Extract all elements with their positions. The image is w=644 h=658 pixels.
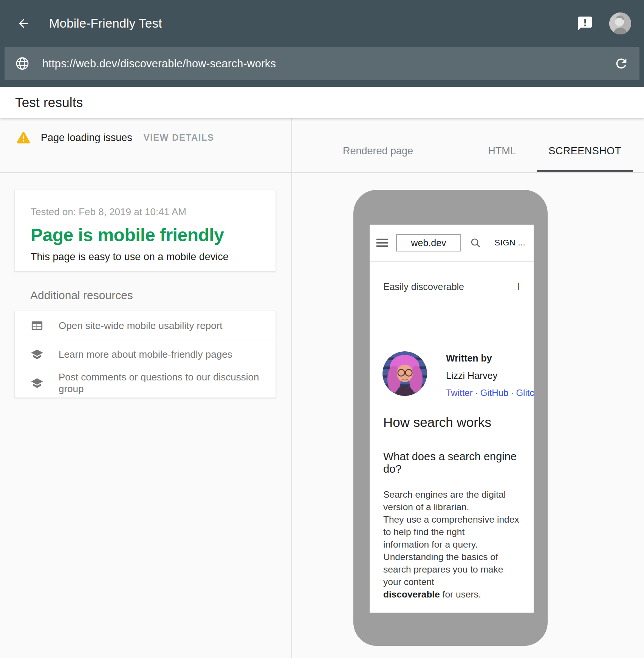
- warning-label: Page loading issues: [41, 132, 132, 144]
- url-text: https://web.dev/discoverable/how-search-…: [42, 57, 606, 70]
- tested-on-timestamp: Tested on: Feb 8, 2019 at 10:41 AM: [31, 206, 260, 218]
- warning-icon: [17, 132, 30, 144]
- horizontal-divider: [0, 172, 644, 173]
- author-name: Lizzi Harvey: [446, 370, 534, 381]
- site-title: Easily discoverable: [383, 281, 464, 292]
- tab-html[interactable]: HTML: [475, 145, 528, 157]
- twitter-link: Twitter: [446, 388, 473, 398]
- screenshot-url-box: web.dev: [396, 234, 461, 251]
- sign-in-label: SIGN ...: [495, 238, 525, 248]
- user-avatar[interactable]: [609, 12, 631, 34]
- author-links: Twitter·GitHub·Glitch: [446, 388, 534, 398]
- phone-screen: web.dev SIGN ... Easily discoverable I: [370, 225, 534, 613]
- additional-resources-heading: Additional resources: [30, 289, 133, 302]
- back-icon[interactable]: [17, 17, 30, 30]
- right-panel: Rendered page HTML SCREENSHOT web.dev: [292, 118, 644, 658]
- resource-label: Post comments or questions to our discus…: [59, 371, 276, 395]
- globe-icon: [15, 56, 29, 71]
- report-icon: [31, 319, 43, 332]
- app-bar-row: Mobile-Friendly Test: [0, 0, 644, 47]
- verdict-text: Page is mobile friendly: [31, 225, 260, 245]
- resource-label: Learn more about mobile-friendly pages: [59, 349, 232, 360]
- tab-rendered-page[interactable]: Rendered page: [302, 145, 454, 157]
- url-bar[interactable]: https://web.dev/discoverable/how-search-…: [5, 47, 639, 80]
- tab-bar: Rendered page HTML SCREENSHOT: [292, 118, 644, 172]
- school-icon: [31, 377, 43, 390]
- github-link: GitHub: [480, 388, 509, 398]
- glitch-link: Glitch: [516, 388, 534, 398]
- page-title: Test results: [15, 95, 83, 110]
- site-header-row: Easily discoverable I: [370, 281, 534, 292]
- menu-icon: [376, 239, 388, 247]
- resource-label: Open site-wide mobile usability report: [59, 320, 223, 332]
- page-loading-issues-row: Page loading issues VIEW DETAILS: [17, 130, 214, 145]
- resource-learn-more[interactable]: Learn more about mobile-friendly pages: [15, 340, 276, 369]
- page-heading-bar: Test results: [0, 87, 644, 118]
- additional-resources-card: Open site-wide mobile usability report L…: [14, 311, 276, 398]
- resource-discussion-group[interactable]: Post comments or questions to our discus…: [15, 369, 276, 397]
- author-avatar: [382, 351, 427, 396]
- article-title: How search works: [370, 415, 534, 430]
- resource-open-usability-report[interactable]: Open site-wide mobile usability report: [15, 311, 276, 340]
- school-icon: [31, 348, 43, 361]
- author-block: Written by Lizzi Harvey Twitter·GitHub·G…: [370, 351, 534, 398]
- section-heading: What does a search engine do?: [370, 450, 534, 475]
- app-title: Mobile-Friendly Test: [49, 16, 162, 31]
- site-header-truncated: I: [517, 281, 520, 292]
- app-bar: Mobile-Friendly Test: [0, 0, 644, 87]
- chrome-divider: [370, 261, 534, 262]
- refresh-icon[interactable]: [614, 56, 629, 71]
- content: Page loading issues VIEW DETAILS Tested …: [0, 118, 644, 658]
- feedback-icon[interactable]: [577, 15, 593, 32]
- result-card: Tested on: Feb 8, 2019 at 10:41 AM Page …: [14, 190, 276, 272]
- written-by-label: Written by: [446, 353, 534, 364]
- section-paragraph: Search engines are the digital version o…: [370, 488, 534, 601]
- phone-mockup: web.dev SIGN ... Easily discoverable I: [353, 190, 548, 646]
- search-icon: [470, 237, 481, 248]
- verdict-description: This page is easy to use on a mobile dev…: [31, 251, 260, 263]
- tab-screenshot[interactable]: SCREENSHOT: [537, 145, 633, 157]
- screenshot-browser-chrome: web.dev SIGN ...: [370, 225, 534, 261]
- view-details-link[interactable]: VIEW DETAILS: [144, 132, 214, 143]
